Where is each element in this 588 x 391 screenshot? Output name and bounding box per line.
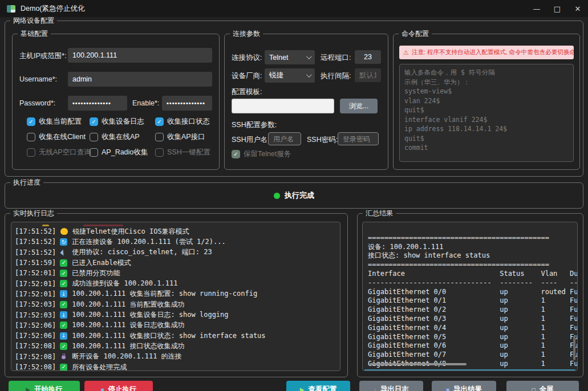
horizontal-scrollbar[interactable] <box>370 363 467 365</box>
checkbox-label: 收集在线Client <box>39 132 86 142</box>
log-message: 所有设备处理完成 <box>72 363 127 372</box>
stop-button[interactable]: ■停止执行 <box>84 381 153 391</box>
export-result-icon: ■ <box>446 386 449 391</box>
checkbox-label: 保留Telnet服务 <box>244 149 291 159</box>
summary-line: GigabitEthernet 0/3 up 1 Fu <box>368 315 577 324</box>
interval-input[interactable] <box>355 68 381 82</box>
template-path-input[interactable] <box>232 99 334 113</box>
password-input[interactable] <box>68 96 127 111</box>
chevron-down-icon <box>306 54 312 59</box>
host-ip-input[interactable] <box>68 48 212 63</box>
template-label: 配置模板: <box>232 87 262 97</box>
fullscreen-button[interactable]: □全屏 <box>506 381 579 391</box>
protocol-value: Telnet <box>269 54 288 62</box>
summary-line: ------------------------------ -------- … <box>368 279 577 288</box>
export-result-button[interactable]: ■导出结果 <box>432 381 496 391</box>
log-entry: [17:52:08]断开设备 100.200.1.111 的连接 <box>15 352 336 362</box>
group-title: 汇总结果 <box>363 209 396 218</box>
chevron-down-icon <box>306 72 312 78</box>
collect-running-config-checkbox[interactable]: ✓收集当前配置 <box>27 117 82 127</box>
summary-line: GigabitEthernet 0/4 up 1 Fu <box>368 324 577 333</box>
summary-line: GigabitEthernet 0/0 up routed Fu <box>368 288 577 297</box>
log-message: 100.200.1.111 当前配置收集成功 <box>72 300 184 309</box>
command-input[interactable] <box>399 64 574 162</box>
log-timestamp: [17:51:52] <box>15 238 56 246</box>
vendor-select[interactable]: 锐捷 <box>265 68 315 83</box>
success-icon: ✓ <box>60 321 67 329</box>
log-output[interactable]: [17:51:52]锐捷Telnet使用Cisco IOS兼容模式[17:51:… <box>11 222 340 371</box>
log-message: 使用协议: cisco_ios_telnet, 端口: 23 <box>72 247 212 257</box>
export-log-button[interactable]: ↓导出日志 <box>359 381 423 391</box>
summary-output[interactable]: ========================================… <box>362 222 578 371</box>
log-entry: [17:51:52]◣使用协议: cisco_ios_telnet, 端口: 2… <box>15 247 336 258</box>
group-title: 执行进度 <box>10 178 43 187</box>
log-entry: [17:51:52]锐捷Telnet使用Cisco IOS兼容模式 <box>15 226 336 237</box>
checkbox-icon <box>27 148 35 157</box>
collect-ap-interface-checkbox[interactable]: 收集AP接口 <box>155 132 205 142</box>
ap-radio-collect-checkbox[interactable]: AP_Radio收集 <box>90 148 148 157</box>
ssh-password-input[interactable] <box>338 132 379 145</box>
checkbox-icon <box>155 133 164 141</box>
bulb-icon <box>60 228 68 235</box>
username-label: Username*: <box>19 75 57 83</box>
start-button[interactable]: ▶开始执行 <box>9 381 80 391</box>
log-message: 100.200.1.111 收集设备日志: show logging <box>72 310 228 320</box>
log-timestamp: [17:52:08] <box>15 342 56 350</box>
vertical-scrollbar[interactable] <box>573 336 575 360</box>
success-icon: ✓ <box>60 343 67 350</box>
button-label: 全屏 <box>540 385 554 391</box>
log-message: 正在连接设备 100.200.1.111 (尝试 1/2)... <box>72 237 225 247</box>
ssh-section-label: SSH配置参数: <box>232 120 277 130</box>
maximize-icon[interactable]: □ <box>547 0 567 17</box>
success-icon: ✓ <box>60 301 67 308</box>
collect-online-client-checkbox[interactable]: 收集在线Client <box>27 132 86 142</box>
collect-online-ap-checkbox[interactable]: 收集在线AP <box>90 132 140 142</box>
remote-port-input[interactable] <box>355 50 381 64</box>
app-window: { "window": { "title": "Demo(紧急停止优化", "c… <box>0 0 588 391</box>
view-config-button[interactable]: ▶查看配置 <box>286 381 350 391</box>
button-label: 导出结果 <box>453 385 482 391</box>
checkbox-label: 收集设备日志 <box>102 117 144 127</box>
password-label: Password*: <box>19 99 55 107</box>
interval-label: 执行间隔: <box>321 71 351 81</box>
close-icon[interactable]: ✕ <box>567 0 588 17</box>
ssh-username-input[interactable] <box>268 132 301 145</box>
ssh-one-key-config-checkbox[interactable]: SSH一键配置 <box>155 148 210 157</box>
enable-input[interactable] <box>162 96 212 111</box>
fullscreen-icon: □ <box>532 386 535 391</box>
enable-label: Enable*: <box>132 99 159 107</box>
summary-line: 接口状态: show interface status <box>368 251 577 260</box>
keep-telnet-service-checkbox[interactable]: ✓保留Telnet服务 <box>232 149 291 159</box>
checkbox-label: 收集AP接口 <box>167 132 205 142</box>
username-input[interactable] <box>68 72 212 87</box>
protocol-select[interactable]: Telnet <box>265 50 315 64</box>
warning-icon: ⚠ <box>403 49 409 56</box>
execution-status: 执行完成 <box>5 183 583 208</box>
log-timestamp: [17:52:01] <box>15 280 56 288</box>
log-message: 100.200.1.111 收集接口状态: show interface sta… <box>72 331 265 341</box>
log-timestamp: [17:52:08] <box>15 363 56 371</box>
collect-device-log-checkbox[interactable]: ✓收集设备日志 <box>90 117 144 127</box>
log-entry: [17:52:08]✓100.200.1.111 接口状态收集成功 <box>15 341 336 351</box>
log-entry: [17:52:03]✓100.200.1.111 当前配置收集成功 <box>15 299 336 309</box>
collect-interface-status-checkbox[interactable]: ✓收集接口状态 <box>155 117 210 127</box>
remote-port-label: 远程端口: <box>321 53 351 63</box>
minimize-icon[interactable]: — <box>526 0 547 17</box>
log-timestamp: [17:52:06] <box>15 332 56 340</box>
log-entry: [17:52:03]↓100.200.1.111 收集设备日志: show lo… <box>15 309 336 320</box>
group-title: 命令配置 <box>399 30 432 38</box>
checkbox-label: 无线AP空口查询 <box>39 148 91 157</box>
checkbox-icon: ✓ <box>27 117 35 126</box>
success-icon: ✓ <box>60 280 67 287</box>
browse-button[interactable]: 浏览... <box>340 99 378 113</box>
checkbox-icon: ✓ <box>232 150 240 158</box>
title-bar: Demo(紧急停止优化 — □ ✕ <box>0 0 588 17</box>
wireless-ap-air-query-checkbox[interactable]: 无线AP空口查询 <box>27 148 91 157</box>
start-icon: ▶ <box>26 386 30 391</box>
command-config-group: 命令配置 ⚠ 注意: 程序不支持自动进入配置模式, 命令中需包含必要切换命令 <box>393 34 580 170</box>
clipped-log-line <box>15 223 336 226</box>
summary-line: GigabitEthernet 0/2 up 1 Fu <box>368 306 577 315</box>
log-message: 已禁用分页功能 <box>72 268 120 278</box>
summary-line: GigabitEthernet 0/7 up 1 Fu <box>368 351 577 360</box>
log-message: 断开设备 100.200.1.111 的连接 <box>72 352 181 361</box>
